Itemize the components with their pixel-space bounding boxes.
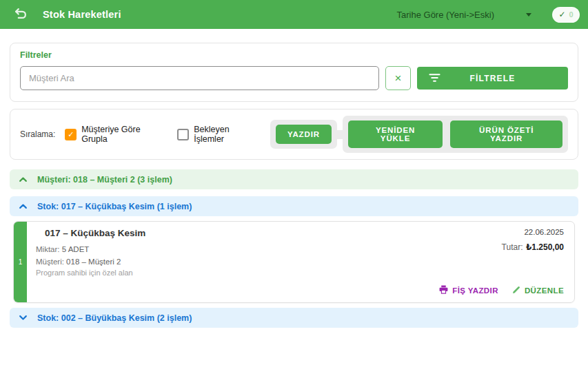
print-button[interactable]: YAZDIR	[276, 125, 332, 144]
chevron-down-icon[interactable]	[526, 13, 531, 17]
badge-count: 0	[569, 10, 573, 19]
product-summary-print-button[interactable]: ÜRÜN ÖZETİ YAZDIR	[450, 120, 562, 148]
accordion-label: Stok: 002 – Büyükbaş Kesim (2 işlem)	[37, 313, 192, 323]
back-button[interactable]	[11, 5, 30, 24]
accordion-label: Müşteri: 018 – Müşteri 2 (3 işlem)	[37, 175, 172, 185]
checkbox-label: Bekleyen İşlemler	[194, 125, 261, 144]
accordion-stock-002[interactable]: Stok: 002 – Büyükbaş Kesim (2 işlem)	[10, 308, 578, 328]
sort-order-dropdown[interactable]: Tarihe Göre (Yeni->Eski)	[397, 10, 495, 20]
clear-search-button[interactable]: ×	[385, 66, 411, 90]
transaction-index-stripe: 1	[14, 222, 27, 302]
accordion-stock-017[interactable]: Stok: 017 – Küçükbaş Kesim (1 işlem)	[10, 196, 578, 216]
app-header: Stok Hareketleri Tarihe Göre (Yeni->Eski…	[0, 0, 588, 29]
quantity-value: 5 ADET	[62, 245, 90, 253]
sorting-label: Sıralama:	[20, 129, 55, 139]
checkbox-checked-icon[interactable]: ✓	[65, 129, 77, 140]
filter-button[interactable]: FİLTRELE	[417, 67, 568, 90]
selected-count-badge[interactable]: ✓ 0	[552, 7, 580, 23]
checkbox-pending-transactions[interactable]: Bekleyen İşlemler	[177, 125, 261, 144]
edit-label: DÜZENLE	[525, 286, 564, 295]
sorting-panel: Sıralama: ✓ Müşteriye Göre Grupla Bekley…	[10, 109, 578, 160]
transaction-title: 017 – Küçükbaş Kesim	[36, 228, 145, 238]
print-receipt-label: FİŞ YAZDIR	[452, 286, 498, 295]
checkbox-group-by-customer[interactable]: ✓ Müşteriye Göre Grupla	[65, 125, 168, 144]
transaction-card: 1 017 – Küçükbaş Kesim Miktar: 5 ADET Mü…	[13, 221, 575, 303]
checkbox-label: Müşteriye Göre Grupla	[81, 125, 168, 144]
customer-label: Müşteri:	[36, 258, 64, 266]
edit-button[interactable]: DÜZENLE	[512, 286, 564, 295]
filter-lines-icon	[429, 73, 440, 85]
filter-button-label: FİLTRELE	[469, 74, 515, 83]
accordion-label: Stok: 017 – Küçükbaş Kesim (1 işlem)	[37, 202, 192, 211]
chevron-up-icon	[19, 202, 28, 211]
reload-button-group: YENİDEN YÜKLE ÜRÜN ÖZETİ YAZDIR	[343, 116, 568, 153]
chevron-down-icon	[19, 313, 28, 323]
printer-icon	[439, 285, 448, 295]
print-button-group: YAZDIR	[270, 120, 337, 149]
transaction-details: 017 – Küçükbaş Kesim Miktar: 5 ADET Müşt…	[36, 228, 145, 277]
customer-value: 018 – Müşteri 2	[66, 258, 121, 266]
undo-back-icon	[13, 6, 28, 23]
customer-search-input[interactable]	[20, 66, 379, 90]
transaction-date: 22.06.2025	[502, 228, 564, 236]
close-icon: ×	[395, 72, 402, 85]
check-icon: ✓	[558, 10, 565, 19]
quantity-label: Miktar:	[36, 245, 60, 253]
filters-panel: Filtreler × FİLTRELE	[10, 43, 578, 102]
chevron-up-icon	[19, 175, 28, 185]
pencil-icon	[512, 286, 520, 295]
transaction-note: Program sahibi için özel alan	[36, 269, 145, 277]
accordion-customer-018[interactable]: Müşteri: 018 – Müşteri 2 (3 işlem)	[10, 169, 578, 189]
page-title: Stok Hareketleri	[43, 9, 121, 20]
amount-label: Tutar:	[502, 242, 523, 252]
amount-value: ₺1.250,00	[526, 242, 564, 252]
checkbox-unchecked-icon[interactable]	[177, 129, 189, 140]
filters-title: Filtreler	[20, 50, 568, 60]
reload-button[interactable]: YENİDEN YÜKLE	[348, 120, 443, 148]
print-receipt-button[interactable]: FİŞ YAZDIR	[439, 285, 498, 295]
